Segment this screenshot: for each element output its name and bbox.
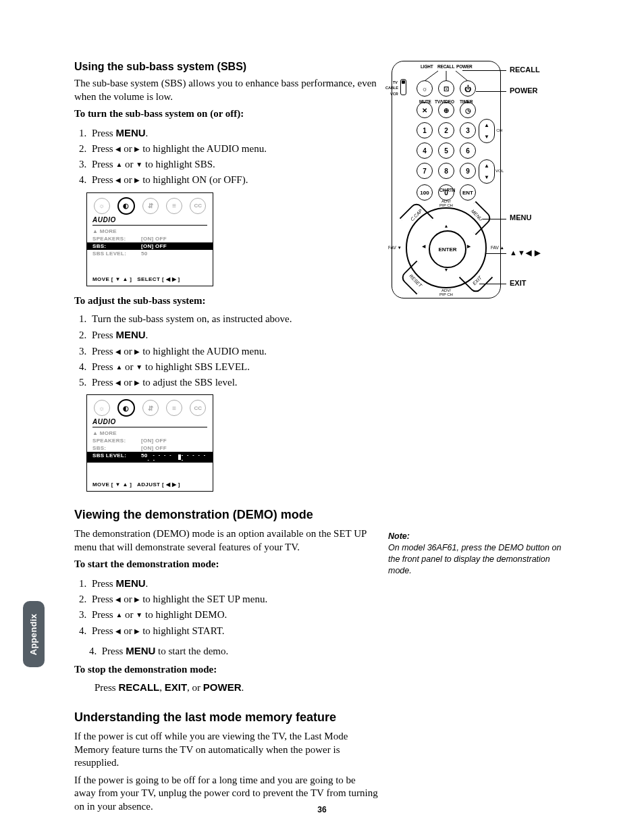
osd-more: ▲ MORE [92, 228, 207, 235]
demo-stop-heading: To stop the demonstration mode: [74, 663, 378, 677]
svg-line-0 [425, 71, 438, 80]
power-button: ⏻ [460, 80, 476, 97]
osd-title: AUDIO [92, 418, 207, 427]
light-button: ☼ [417, 80, 433, 97]
osd-footer: MOVE [ ▼ ▲ ] SELECT [ ◀ ▶ ] [87, 273, 213, 286]
recall-button: ⊡ [438, 80, 454, 97]
down-arrow-icon [136, 159, 142, 170]
up-arrow-icon [115, 361, 122, 372]
osd-screenshot-sbs: ☼ ◐ ⇵ ≡ CC AUDIO ▲ MORE SPEAKERS:[ON] OF… [86, 192, 213, 286]
demo-step1: Press MENU. [89, 575, 378, 592]
label-recall: RECALL [437, 64, 454, 69]
tvvideo-button: ⊕ [438, 102, 454, 118]
sbs-adj-step4: Press or to highlight SBS LEVEL. [89, 359, 378, 375]
num-0: 0 [438, 184, 454, 201]
setup-icon: ≡ [166, 400, 182, 416]
up-arrow-icon [115, 159, 122, 170]
sbs-on-step1: Press MENU. [89, 125, 378, 141]
sbs-adjust-steps: Turn the sub-bass system on, as instruct… [89, 311, 378, 390]
osd-more: ▲ MORE [92, 429, 207, 437]
demo-step4: Press or to highlight START. [89, 623, 378, 639]
label-mute: MUTE [419, 99, 431, 104]
callout-line-menu [483, 219, 506, 219]
num-2: 2 [438, 122, 454, 138]
num-100: 100 [417, 184, 433, 201]
mute-button: ✕ [417, 102, 433, 118]
down-arrow-icon [136, 361, 142, 372]
osd-speakers: SPEAKERS:[ON] OFF [92, 437, 207, 444]
down-arrow-icon [136, 609, 142, 620]
callout-power: POWER [510, 86, 538, 95]
osd-speakers: SPEAKERS:[ON] OFF [92, 235, 207, 242]
cc-icon: CC [190, 400, 206, 416]
equalizer-icon: ⇵ [142, 400, 159, 416]
callout-arrows: ▲▼◀ ▶ [510, 249, 541, 257]
demo-step3: Press or to highlight DEMO. [89, 607, 378, 623]
demo-steps: Press MENU. Press or to highlight the SE… [89, 575, 378, 639]
osd-footer: MOVE [ ▼ ▲ ] ADJUST [ ◀ ▶ ] [87, 479, 213, 491]
slider-icon: - - - - - -- - - - - - [148, 452, 208, 462]
sbs-adj-step5: Press or to adjust the SBS level. [89, 375, 378, 390]
label-light: LIGHT [421, 64, 433, 69]
label-timer: TIMER [460, 99, 473, 104]
demo-start-heading: To start the demonstration mode: [74, 558, 378, 571]
num-7: 7 [417, 163, 433, 179]
note-box: Note: On model 36AF61, press the DEMO bu… [388, 531, 574, 577]
svg-line-2 [456, 71, 467, 80]
dpad: C.CAP MENU RESET EXIT ADV/PIP CH ▲ ▼ ADV… [406, 207, 487, 288]
osd-sbs-selected: SBS:[ON] OFF [87, 242, 213, 250]
num-1: 1 [417, 122, 433, 138]
up-arrow-icon [115, 609, 122, 620]
osd-title: AUDIO [92, 216, 207, 226]
equalizer-icon: ⇵ [142, 198, 159, 214]
picture-icon: ☼ [94, 400, 110, 416]
osd-sbslevel: SBS LEVEL:50 [92, 250, 207, 257]
num-8: 8 [438, 163, 454, 179]
picture-icon: ☼ [94, 198, 110, 214]
lastmode-p1: If the power is cut off while you are vi… [74, 730, 378, 770]
num-6: 6 [460, 142, 476, 159]
demo-heading: Viewing the demonstration (DEMO) mode [74, 508, 378, 522]
audio-icon: ◐ [117, 197, 135, 215]
callout-line-recall [462, 70, 506, 71]
osd-icon-row: ☼ ◐ ⇵ ≡ CC [87, 193, 213, 216]
label-power: POWER [456, 64, 473, 69]
timer-button: ◷ [460, 102, 476, 118]
callout-line-exit [479, 284, 506, 284]
ent-button: ENT [460, 184, 476, 201]
sbs-intro: The sub-base system (SBS) allows you to … [74, 77, 378, 103]
side-tab-appendix: Appendix [23, 601, 45, 667]
num-5: 5 [438, 142, 454, 159]
osd-screenshot-sbslevel: ☼ ◐ ⇵ ≡ CC AUDIO ▲ MORE SPEAKERS:[ON] OF… [86, 394, 213, 492]
callout-exit: EXIT [510, 279, 526, 287]
remote-figure: LIGHT RECALL POWER ☼ ⊡ ⏻ MUTE TV/VIDEO T… [385, 61, 581, 298]
left-column: Using the sub-bass system (SBS) The sub-… [74, 61, 378, 813]
demo-step2: Press or to highlight the SET UP menu. [89, 592, 378, 607]
device-switch: TV CABLE VCR [395, 88, 407, 95]
page-number: 36 [0, 805, 644, 814]
label-tvvideo: TV/VIDEO [435, 99, 454, 104]
sbs-adj-step3: Press or to highlight the AUDIO menu. [89, 344, 378, 359]
vol-rocker: ▲ VOL ▼ [479, 159, 495, 184]
remote-outline: LIGHT RECALL POWER ☼ ⊡ ⏻ MUTE TV/VIDEO T… [392, 61, 501, 298]
callout-line-power [476, 91, 506, 92]
sbs-on-step3: Press or to highlight SBS. [89, 157, 378, 172]
callout-menu: MENU [510, 213, 531, 221]
osd-sbs: SBS:[ON] OFF [92, 444, 207, 452]
num-3: 3 [460, 122, 476, 138]
audio-icon: ◐ [117, 399, 135, 417]
callout-line-arrows [486, 253, 506, 254]
num-4: 4 [417, 142, 433, 159]
sbs-on-heading: To turn the sub-bass system on (or off): [74, 107, 378, 121]
demo-stop-line: Press RECALL, EXIT, or POWER. [95, 681, 378, 695]
sbs-heading: Using the sub-bass system (SBS) [74, 61, 378, 73]
osd-sbslevel-selected: SBS LEVEL: 50 - - - - - -- - - - - - [87, 452, 213, 463]
lastmode-heading: Understanding the last mode memory featu… [74, 710, 378, 725]
sbs-on-step2: Press or to highlight the AUDIO menu. [89, 141, 378, 157]
demo-intro: The demonstration (DEMO) mode is an opti… [74, 527, 378, 554]
demo-step5: 4. Press MENU to start the demo. [89, 643, 378, 659]
num-9: 9 [460, 163, 476, 179]
sbs-adj-step2: Press MENU. [89, 327, 378, 343]
note-body: On model 36AF61, press the DEMO button o… [388, 542, 574, 577]
ch-rocker: ▲ CH ▼ [479, 119, 495, 143]
